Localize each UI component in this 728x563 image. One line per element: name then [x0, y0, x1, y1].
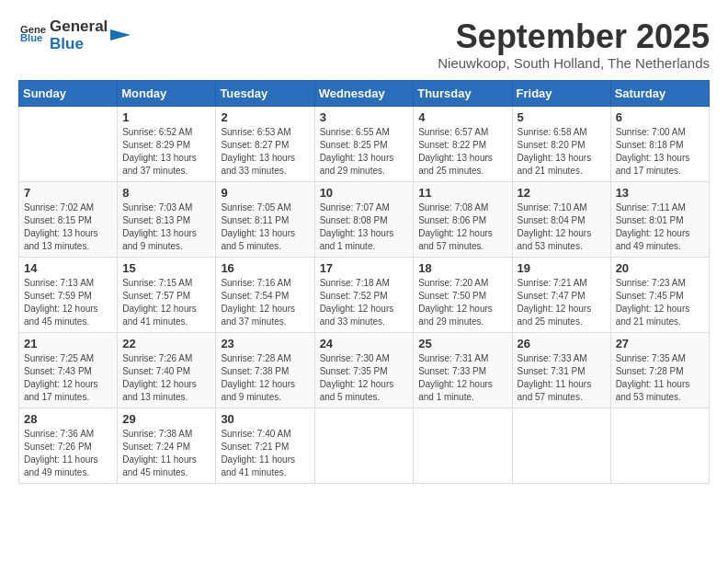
day-number: 24 — [320, 337, 409, 350]
page-header: General Blue General Blue September 2025… — [18, 18, 710, 71]
logo: General Blue General Blue — [18, 18, 131, 52]
weekday-header-tuesday: Tuesday — [216, 80, 314, 106]
day-number: 10 — [320, 186, 409, 200]
day-info: Sunrise: 7:36 AMSunset: 7:26 PMDaylight:… — [24, 428, 112, 479]
calendar-cell: 7Sunrise: 7:02 AMSunset: 8:15 PMDaylight… — [19, 181, 118, 257]
weekday-header-sunday: Sunday — [19, 80, 118, 106]
logo-blue-text: Blue — [50, 36, 108, 53]
day-info: Sunrise: 7:33 AMSunset: 7:31 PMDaylight:… — [518, 352, 606, 404]
day-info: Sunrise: 7:15 AMSunset: 7:57 PMDaylight:… — [122, 277, 210, 328]
day-info: Sunrise: 7:10 AMSunset: 8:04 PMDaylight:… — [518, 201, 606, 253]
day-number: 28 — [24, 412, 112, 426]
day-info: Sunrise: 7:38 AMSunset: 7:24 PMDaylight:… — [122, 428, 210, 479]
calendar-cell: 28Sunrise: 7:36 AMSunset: 7:26 PMDayligh… — [19, 408, 118, 483]
svg-marker-3 — [110, 29, 131, 40]
day-info: Sunrise: 6:53 AMSunset: 8:27 PMDaylight:… — [221, 126, 309, 178]
day-info: Sunrise: 7:03 AMSunset: 8:13 PMDaylight:… — [122, 201, 210, 253]
day-info: Sunrise: 7:35 AMSunset: 7:28 PMDaylight:… — [616, 352, 704, 404]
day-number: 30 — [221, 412, 309, 426]
calendar-cell: 26Sunrise: 7:33 AMSunset: 7:31 PMDayligh… — [512, 332, 610, 408]
weekday-header-monday: Monday — [118, 80, 216, 106]
day-info: Sunrise: 7:02 AMSunset: 8:15 PMDaylight:… — [24, 201, 112, 253]
svg-text:Blue: Blue — [20, 32, 42, 43]
calendar-cell: 6Sunrise: 7:00 AMSunset: 8:18 PMDaylight… — [610, 106, 709, 181]
title-block: September 2025 Nieuwkoop, South Holland,… — [438, 18, 710, 71]
calendar-cell: 1Sunrise: 6:52 AMSunset: 8:29 PMDaylight… — [118, 106, 216, 181]
week-row-3: 14Sunrise: 7:13 AMSunset: 7:59 PMDayligh… — [19, 257, 710, 332]
day-number: 15 — [122, 261, 210, 275]
calendar-cell: 14Sunrise: 7:13 AMSunset: 7:59 PMDayligh… — [19, 257, 118, 332]
weekday-header-wednesday: Wednesday — [314, 80, 414, 106]
day-number: 4 — [418, 110, 506, 124]
day-info: Sunrise: 6:52 AMSunset: 8:29 PMDaylight:… — [122, 126, 210, 178]
calendar-cell: 29Sunrise: 7:38 AMSunset: 7:24 PMDayligh… — [118, 408, 216, 483]
calendar-cell: 4Sunrise: 6:57 AMSunset: 8:22 PMDaylight… — [414, 106, 512, 181]
day-number: 7 — [24, 186, 112, 200]
day-number: 8 — [122, 186, 210, 200]
day-number: 2 — [221, 110, 309, 124]
day-number: 27 — [616, 337, 704, 350]
day-info: Sunrise: 6:57 AMSunset: 8:22 PMDaylight:… — [418, 126, 506, 178]
calendar-cell: 21Sunrise: 7:25 AMSunset: 7:43 PMDayligh… — [19, 332, 118, 408]
calendar-cell: 20Sunrise: 7:23 AMSunset: 7:45 PMDayligh… — [610, 257, 709, 332]
day-info: Sunrise: 7:08 AMSunset: 8:06 PMDaylight:… — [418, 201, 506, 253]
calendar-cell: 12Sunrise: 7:10 AMSunset: 8:04 PMDayligh… — [512, 181, 610, 257]
logo-icon: General Blue — [20, 21, 46, 47]
day-info: Sunrise: 7:23 AMSunset: 7:45 PMDaylight:… — [616, 277, 704, 328]
day-info: Sunrise: 7:05 AMSunset: 8:11 PMDaylight:… — [221, 201, 309, 253]
day-info: Sunrise: 7:20 AMSunset: 7:50 PMDaylight:… — [418, 277, 506, 328]
day-info: Sunrise: 7:30 AMSunset: 7:35 PMDaylight:… — [320, 352, 409, 404]
day-number: 5 — [518, 110, 606, 124]
calendar-cell: 15Sunrise: 7:15 AMSunset: 7:57 PMDayligh… — [118, 257, 216, 332]
day-info: Sunrise: 7:13 AMSunset: 7:59 PMDaylight:… — [24, 277, 112, 328]
week-row-4: 21Sunrise: 7:25 AMSunset: 7:43 PMDayligh… — [19, 332, 710, 408]
day-number: 9 — [221, 186, 309, 200]
day-info: Sunrise: 7:31 AMSunset: 7:33 PMDaylight:… — [418, 352, 506, 404]
day-info: Sunrise: 7:26 AMSunset: 7:40 PMDaylight:… — [122, 352, 210, 404]
day-info: Sunrise: 6:55 AMSunset: 8:25 PMDaylight:… — [320, 126, 409, 178]
calendar-cell: 19Sunrise: 7:21 AMSunset: 7:47 PMDayligh… — [512, 257, 610, 332]
calendar-cell: 8Sunrise: 7:03 AMSunset: 8:13 PMDaylight… — [118, 181, 216, 257]
month-title: September 2025 — [438, 18, 710, 55]
weekday-header-row: SundayMondayTuesdayWednesdayThursdayFrid… — [19, 80, 710, 106]
week-row-5: 28Sunrise: 7:36 AMSunset: 7:26 PMDayligh… — [19, 408, 710, 483]
day-number: 23 — [221, 337, 309, 350]
day-info: Sunrise: 7:16 AMSunset: 7:54 PMDaylight:… — [221, 277, 309, 328]
calendar-cell: 16Sunrise: 7:16 AMSunset: 7:54 PMDayligh… — [216, 257, 314, 332]
logo-arrow-icon — [110, 25, 131, 45]
calendar-cell — [414, 408, 512, 483]
day-number: 26 — [518, 337, 606, 350]
day-number: 12 — [518, 186, 606, 200]
day-number: 22 — [122, 337, 210, 350]
calendar-cell: 10Sunrise: 7:07 AMSunset: 8:08 PMDayligh… — [314, 181, 414, 257]
calendar-cell — [610, 408, 709, 483]
weekday-header-saturday: Saturday — [610, 80, 709, 106]
day-number: 1 — [122, 110, 210, 124]
calendar-table: SundayMondayTuesdayWednesdayThursdayFrid… — [18, 80, 710, 484]
day-number: 19 — [518, 261, 606, 275]
day-number: 16 — [221, 261, 309, 275]
day-number: 17 — [320, 261, 409, 275]
day-info: Sunrise: 7:11 AMSunset: 8:01 PMDaylight:… — [616, 201, 704, 253]
day-info: Sunrise: 7:40 AMSunset: 7:21 PMDaylight:… — [221, 428, 309, 479]
calendar-cell: 22Sunrise: 7:26 AMSunset: 7:40 PMDayligh… — [118, 332, 216, 408]
calendar-cell: 27Sunrise: 7:35 AMSunset: 7:28 PMDayligh… — [610, 332, 709, 408]
day-number: 21 — [24, 337, 112, 350]
calendar-cell: 5Sunrise: 6:58 AMSunset: 8:20 PMDaylight… — [512, 106, 610, 181]
day-number: 6 — [616, 110, 704, 124]
location-text: Nieuwkoop, South Holland, The Netherland… — [438, 55, 710, 71]
calendar-cell: 18Sunrise: 7:20 AMSunset: 7:50 PMDayligh… — [414, 257, 512, 332]
calendar-cell — [19, 106, 118, 181]
calendar-cell: 9Sunrise: 7:05 AMSunset: 8:11 PMDaylight… — [216, 181, 314, 257]
day-number: 13 — [616, 186, 704, 200]
day-info: Sunrise: 7:07 AMSunset: 8:08 PMDaylight:… — [320, 201, 409, 253]
day-number: 20 — [616, 261, 704, 275]
calendar-cell: 11Sunrise: 7:08 AMSunset: 8:06 PMDayligh… — [414, 181, 512, 257]
day-number: 14 — [24, 261, 112, 275]
day-number: 11 — [418, 186, 506, 200]
day-number: 18 — [418, 261, 506, 275]
day-info: Sunrise: 7:25 AMSunset: 7:43 PMDaylight:… — [24, 352, 112, 404]
day-info: Sunrise: 7:28 AMSunset: 7:38 PMDaylight:… — [221, 352, 309, 404]
day-info: Sunrise: 7:18 AMSunset: 7:52 PMDaylight:… — [320, 277, 409, 328]
day-info: Sunrise: 7:21 AMSunset: 7:47 PMDaylight:… — [518, 277, 606, 328]
